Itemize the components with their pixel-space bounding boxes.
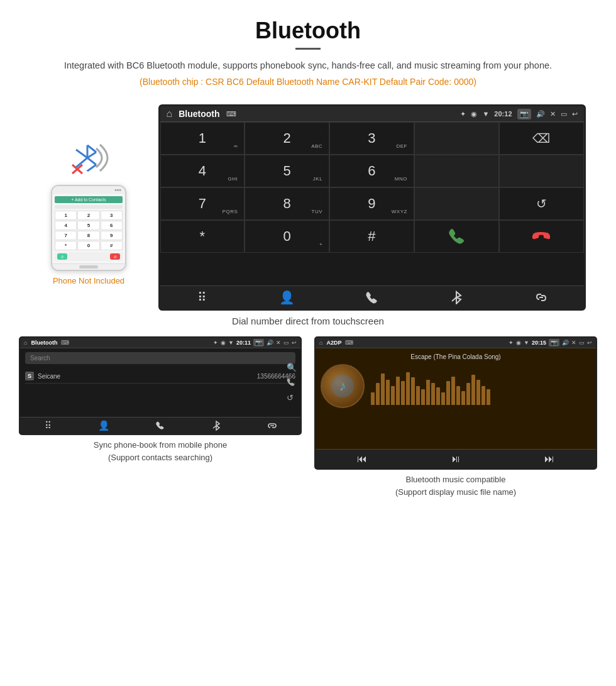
viz-bar: [456, 386, 460, 405]
phone-green-btn: ✆: [57, 253, 67, 260]
viz-bar: [411, 377, 415, 405]
back-icon[interactable]: ↩: [572, 110, 578, 118]
music-prev[interactable]: ⏮: [316, 453, 409, 465]
music-play-pause[interactable]: ⏯: [409, 453, 503, 465]
camera-icon[interactable]: 📷: [517, 109, 531, 119]
dialpad: 1∞ 2ABC 3DEF ⌫ 4GHI 5JKL 6MNO 7PQRS 8TUV…: [160, 122, 584, 285]
viz-bar: [481, 386, 485, 405]
car-status-bar: ⌂ Bluetooth ⌨ ✦ ◉ ▼ 20:12 📷 🔊 ✕ ▭ ↩: [160, 106, 584, 122]
music-item: ⌂ A2DP ⌨ ✦◉▼ 20:15 📷 🔊✕▭↩ Escape (The Pi…: [314, 336, 597, 498]
dial-key-2[interactable]: 2ABC: [245, 122, 329, 155]
reload-icon[interactable]: ↺: [287, 393, 297, 402]
viz-bar: [446, 381, 450, 405]
music-song-title: Escape (The Pina Colada Song): [410, 353, 500, 360]
dial-empty-2: [499, 155, 584, 187]
phonebook-list: S Seicane 13566664466: [20, 367, 300, 417]
entry-letter: S: [25, 372, 34, 380]
viz-bar: [406, 372, 410, 405]
svg-line-5: [87, 165, 96, 171]
car-status-left: ⌂ Bluetooth ⌨: [167, 108, 236, 119]
car-bottom-grid[interactable]: ⠿: [160, 290, 245, 305]
viz-bar: [451, 377, 455, 405]
volume-icon[interactable]: 🔊: [536, 110, 545, 118]
page-title: Bluetooth: [38, 18, 578, 44]
phonebook-status-bar: ⌂ Bluetooth ⌨ ✦◉▼ 20:11 📷 🔊✕▭↩: [20, 338, 300, 348]
viz-bar: [426, 380, 430, 405]
dial-reload[interactable]: ↺: [499, 187, 584, 220]
svg-line-3: [87, 152, 96, 158]
phonebook-search-bar[interactable]: Search: [25, 352, 295, 364]
dial-key-8[interactable]: 8TUV: [245, 187, 329, 220]
viz-bar: [371, 392, 375, 405]
phonebook-side-icons: 🔍 ↺: [287, 363, 297, 402]
dial-backspace[interactable]: ⌫: [499, 122, 584, 155]
dial-key-9[interactable]: 9WXYZ: [329, 187, 414, 220]
viz-bar: [396, 377, 400, 405]
dial-call-green[interactable]: [414, 220, 499, 253]
dial-key-5[interactable]: 5JKL: [245, 155, 329, 187]
dial-key-0[interactable]: 0+: [245, 220, 329, 253]
pb-title: Bluetooth: [31, 340, 57, 346]
car-screen: ⌂ Bluetooth ⌨ ✦ ◉ ▼ 20:12 📷 🔊 ✕ ▭ ↩ 1∞ 2…: [158, 104, 586, 311]
pb-user-icon[interactable]: 👤: [76, 420, 132, 431]
music-album-art: ♪: [321, 364, 365, 408]
bluetooth-signal-icon: [63, 136, 114, 180]
viz-bar: [401, 381, 405, 405]
viz-bar: [487, 389, 490, 405]
main-caption: Dial number direct from touchscreen: [0, 316, 616, 326]
dial-key-1[interactable]: 1∞: [160, 122, 245, 155]
viz-bar: [376, 383, 380, 405]
music-screen: ⌂ A2DP ⌨ ✦◉▼ 20:15 📷 🔊✕▭↩ Escape (The Pi…: [314, 336, 597, 470]
music-next[interactable]: ⏭: [502, 453, 596, 465]
dial-key-hash[interactable]: #: [329, 220, 414, 253]
viz-bar: [421, 389, 425, 405]
dial-key-star[interactable]: *: [160, 220, 245, 253]
bt-status-icon: ✦: [460, 110, 466, 118]
phone-screen: + Add to Contacts 123 456 789 *0# ✆ ✆: [52, 194, 125, 263]
phone-mockup: ●●● + Add to Contacts 123 456 789 *0# ✆ …: [51, 185, 126, 271]
svg-line-2: [87, 145, 96, 152]
dial-key-4[interactable]: 4GHI: [160, 155, 245, 187]
pb-link-icon[interactable]: [245, 420, 300, 431]
usb-icon: ⌨: [226, 110, 236, 118]
phone-side: ●●● + Add to Contacts 123 456 789 *0# ✆ …: [31, 104, 147, 285]
close-icon[interactable]: ✕: [550, 110, 556, 118]
list-item[interactable]: S Seicane 13566664466: [25, 369, 295, 384]
car-bottom-contacts[interactable]: 👤: [245, 290, 329, 305]
music-screen-body: Escape (The Pina Colada Song) ♪: [316, 348, 596, 449]
pb-grid-icon[interactable]: ⠿: [20, 420, 76, 431]
svg-line-7: [76, 150, 87, 158]
pb-phone-icon[interactable]: [132, 420, 188, 431]
car-bottom-phone[interactable]: [329, 290, 414, 305]
page-header: Bluetooth Integrated with BC6 Bluetooth …: [0, 0, 616, 104]
dial-call-red[interactable]: [499, 220, 584, 253]
pb-home-icon[interactable]: ⌂: [24, 340, 27, 346]
music-controls: ⏮ ⏯ ⏭: [316, 449, 596, 468]
car-screen-title: Bluetooth: [179, 109, 219, 119]
viz-bar: [381, 373, 385, 405]
search-icon[interactable]: 🔍: [287, 363, 297, 372]
pb-usb-icon: ⌨: [61, 340, 69, 346]
title-divider: [295, 48, 321, 50]
viz-bar: [436, 387, 440, 405]
caption-line1: Sync phone-book from mobile phone: [94, 439, 227, 451]
dial-key-3[interactable]: 3DEF: [329, 122, 414, 155]
dial-key-6[interactable]: 6MNO: [329, 155, 414, 187]
home-icon[interactable]: ⌂: [167, 108, 173, 119]
music-home-icon[interactable]: ⌂: [319, 340, 322, 346]
car-status-right: ✦ ◉ ▼ 20:12 📷 🔊 ✕ ▭ ↩: [460, 109, 577, 119]
car-bottom-bluetooth[interactable]: [414, 290, 499, 305]
phonebook-caption: Sync phone-book from mobile phone (Suppo…: [94, 439, 227, 463]
dial-display: [414, 122, 499, 155]
viz-bar: [391, 386, 395, 405]
phone-bottom-bar: ✆ ✆: [55, 252, 123, 261]
music-viz: [371, 367, 591, 405]
caption-line2: (Support contacts searching): [94, 451, 227, 464]
car-bottom-link[interactable]: [499, 290, 584, 305]
call-icon[interactable]: [287, 377, 297, 388]
window-icon[interactable]: ▭: [561, 110, 567, 118]
music-usb-icon: ⌨: [345, 340, 353, 346]
pb-bt-icon[interactable]: [189, 420, 245, 431]
dial-key-7[interactable]: 7PQRS: [160, 187, 245, 220]
phone-space-btn: [84, 253, 94, 260]
